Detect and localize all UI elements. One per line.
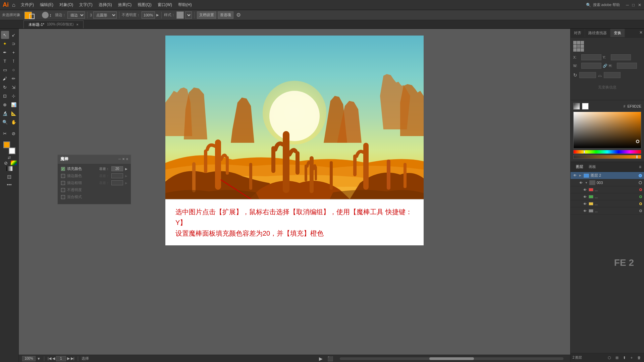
none-color-icon[interactable]: ⊘ — [2, 161, 10, 166]
hand-tool[interactable]: ✋ — [10, 118, 18, 126]
layer-expand-003[interactable]: ▼ — [585, 181, 588, 184]
measure-tool[interactable]: 📐 — [10, 109, 18, 117]
style-swatch[interactable] — [176, 11, 184, 19]
tolerance-input[interactable] — [111, 166, 123, 171]
home-icon[interactable]: ⌂ — [12, 2, 15, 8]
drawing-mode-icon[interactable]: ⊟ — [7, 174, 11, 180]
shear-input[interactable] — [604, 72, 621, 78]
direct-select-tool[interactable]: ↙ — [10, 31, 18, 39]
stroke-mode-select[interactable]: 描边 — [67, 11, 85, 19]
tab-close-btn[interactable]: × — [76, 22, 78, 26]
zoom-input[interactable] — [22, 356, 36, 361]
w-input[interactable] — [581, 63, 601, 69]
rectangle-tool[interactable]: ▭ — [1, 66, 9, 74]
blend-mode-checkbox[interactable] — [61, 195, 65, 199]
more-tools-icon[interactable]: ••• — [7, 182, 12, 187]
color-picker-gradient[interactable] — [573, 112, 641, 148]
menu-object[interactable]: 对象(O) — [57, 1, 76, 8]
doc-settings-btn[interactable]: 文档设置 — [197, 11, 216, 19]
layer-item-yellow[interactable]: 👁 ... — [571, 200, 644, 207]
next-page-btn[interactable]: ▶ — [67, 356, 70, 361]
blend-tool[interactable]: ⊗ — [1, 101, 9, 109]
rotate-tool[interactable]: ↻ — [1, 83, 9, 91]
menu-help[interactable]: 帮助(H) — [175, 1, 195, 8]
opacity-input[interactable] — [142, 11, 155, 19]
layers-menu-btn[interactable]: ≡ — [639, 165, 641, 169]
close-icon[interactable]: ✕ — [638, 3, 641, 7]
layer-visibility-red[interactable]: 👁 — [583, 187, 587, 192]
last-page-btn[interactable]: ▶| — [71, 356, 74, 361]
document-tab[interactable]: 未标题-1* 100% (RGB/预览) × — [23, 20, 84, 28]
rotation-input[interactable] — [579, 72, 596, 78]
tab-transform[interactable]: 变换 — [610, 29, 625, 37]
layer-visibility-grey[interactable]: 👁 — [583, 208, 587, 213]
menu-effect[interactable]: 效果(C) — [115, 1, 135, 8]
layer-item-grey[interactable]: 👁 ... — [571, 207, 644, 215]
gradient-swatch[interactable] — [573, 103, 580, 110]
opacity-checkbox[interactable] — [61, 188, 65, 192]
zoom-dropdown-icon[interactable]: ▼ — [37, 357, 41, 361]
layer-item-green[interactable]: 👁 ... — [571, 193, 644, 200]
layers-tab-layers[interactable]: 图层 — [573, 163, 586, 170]
selection-tool[interactable]: ↖ — [1, 31, 9, 39]
free-transform-tool[interactable]: ⊡ — [1, 92, 9, 100]
hue-slider[interactable] — [573, 150, 641, 154]
type-vertical-tool[interactable]: ⊺ — [10, 57, 18, 65]
mw-close-btn[interactable]: ✕ — [122, 157, 125, 161]
stroke-color-swatch[interactable] — [29, 14, 35, 19]
stroke-mode-icon[interactable]: ↕ — [49, 12, 52, 18]
pen-tool[interactable]: ✒ — [1, 48, 9, 56]
layers-tab-artboards[interactable]: 画板 — [586, 163, 599, 170]
scale-tool[interactable]: ⇲ — [10, 83, 18, 91]
first-page-btn[interactable]: |◀ — [48, 356, 51, 361]
magic-wand-tool[interactable]: ✦ — [1, 40, 9, 48]
white-swatch[interactable] — [582, 103, 589, 110]
layers-canvas-btn[interactable]: ⬡ — [606, 355, 612, 361]
page-input[interactable] — [56, 356, 66, 361]
stop-btn[interactable]: ⬛ — [327, 356, 333, 361]
panel-close-btn[interactable]: ✕ — [638, 29, 644, 37]
mw-minimize-btn[interactable]: ─ — [118, 157, 121, 161]
lasso-tool[interactable]: ⊃ — [10, 40, 18, 48]
pen-add-tool[interactable]: + — [10, 48, 18, 56]
menu-file[interactable]: 文件(F) — [18, 1, 37, 8]
mw-menu-btn[interactable]: ≡ — [126, 157, 128, 161]
alpha-slider[interactable] — [573, 155, 641, 159]
transform-grid-icon[interactable] — [573, 41, 584, 52]
layer-item-2[interactable]: 👁 ▶ 图层 2 — [571, 172, 644, 179]
play-btn[interactable]: ▶ — [319, 356, 323, 361]
gradient-icon[interactable] — [6, 166, 12, 171]
x-input[interactable] — [581, 54, 601, 60]
tab-align[interactable]: 对齐 — [571, 29, 585, 37]
layers-move-to-btn[interactable]: ⬆ — [621, 355, 627, 361]
menu-window[interactable]: 窗口(W) — [155, 1, 175, 8]
ellipse-tool[interactable]: ○ — [10, 66, 18, 74]
layer-expand-2[interactable]: ▶ — [579, 174, 582, 177]
opacity-arrow[interactable]: ▶ — [156, 13, 159, 17]
scissors-tool[interactable]: ✂ — [1, 129, 9, 137]
pencil-tool[interactable]: ✏ — [10, 74, 18, 82]
color-icon[interactable] — [11, 161, 17, 165]
zoom-tool[interactable]: 🔍 — [1, 118, 9, 126]
menu-select[interactable]: 选择(S) — [96, 1, 115, 8]
swap-colors-icon[interactable]: ⇄ — [5, 156, 13, 160]
menu-type[interactable]: 文字(T) — [76, 1, 95, 8]
settings-icon[interactable]: ⚙ — [236, 12, 241, 18]
menu-view[interactable]: 视图(Q) — [135, 1, 154, 8]
layer-item-003[interactable]: 👁 ▼ 003 — [571, 179, 644, 186]
chart-tool[interactable]: 📊 — [10, 101, 18, 109]
layers-delete-btn[interactable]: 🗑 — [636, 355, 642, 361]
fill-color-tool[interactable] — [3, 141, 10, 148]
search-icon[interactable]: 🔍 — [586, 3, 591, 7]
fill-color-checkbox[interactable]: ✓ — [61, 167, 65, 171]
paintbrush-tool[interactable]: 🖌 — [1, 74, 9, 82]
layer-visibility-yellow[interactable]: 👁 — [583, 201, 587, 206]
layers-add-artboard-btn[interactable]: ⊞ — [614, 355, 620, 361]
layer-visibility-2[interactable]: 👁 — [573, 173, 577, 178]
maximize-icon[interactable]: □ — [632, 3, 635, 7]
type-tool[interactable]: T — [1, 57, 9, 65]
tab-pathfinder[interactable]: 路径查找器 — [585, 29, 610, 37]
link-icon[interactable]: 🔗 — [603, 64, 607, 68]
y-input[interactable] — [611, 54, 631, 60]
tolerance-arrow[interactable]: ▶ — [125, 167, 127, 171]
